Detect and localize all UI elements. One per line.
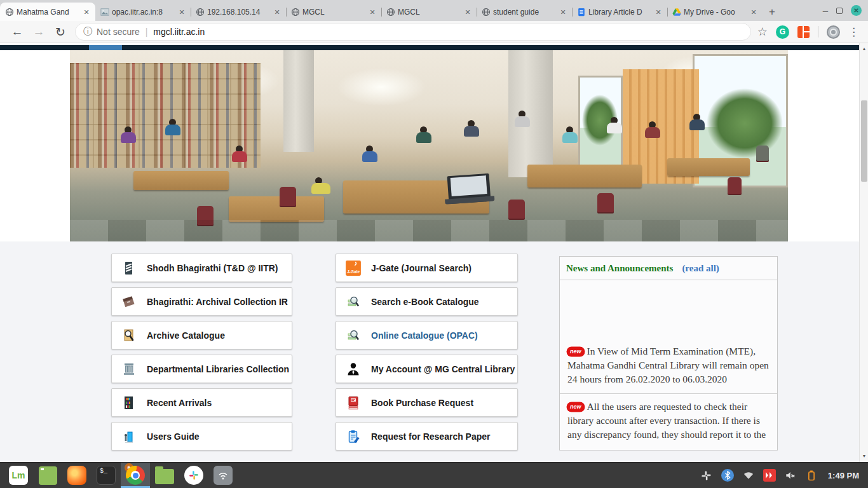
chrome-icon: [126, 466, 145, 485]
tab-close-icon[interactable]: ✕: [654, 8, 663, 17]
scrollbar-thumb[interactable]: [861, 100, 867, 182]
library-photo-table: [133, 171, 229, 190]
quick-link-users-guide[interactable]: Users Guide: [111, 422, 292, 451]
library-photo-chair: [728, 177, 742, 194]
grammarly-extension-icon[interactable]: G: [776, 25, 789, 39]
quick-link-opac[interactable]: Online Catalogue (OPAC): [336, 321, 518, 349]
tab-close-icon[interactable]: ✕: [177, 8, 186, 17]
library-photo-table: [229, 196, 324, 222]
news-item: newIn View of Mid Term Examination (MTE)…: [560, 339, 777, 393]
bookmark-star-icon[interactable]: ☆: [757, 25, 768, 39]
quick-link-departmental-libraries[interactable]: Departmental Libraries Collection: [111, 355, 292, 383]
terminal-launcher[interactable]: $_: [92, 463, 121, 488]
folder-icon: [155, 469, 174, 484]
library-photo-tree: [707, 88, 783, 158]
tab-close-icon[interactable]: ✕: [559, 8, 567, 17]
globe-icon: [195, 7, 205, 17]
firefox-launcher[interactable]: [62, 463, 92, 488]
tab-my-drive[interactable]: My Drive - Goo ✕: [667, 3, 763, 21]
tab-library-article[interactable]: Library Article D ✕: [572, 3, 667, 21]
scroll-down-arrow[interactable]: ▼: [860, 452, 868, 461]
jgate-icon: J-Gate: [344, 259, 362, 276]
google-docs-icon: [576, 7, 586, 17]
quick-link-shodh-bhagirathi[interactable]: Shodh Bhagirathi (T&D @ IITR): [111, 254, 292, 282]
news-read-all-link[interactable]: (read all): [682, 263, 719, 274]
thesis-book-icon: [120, 259, 137, 276]
tab-close-icon[interactable]: ✕: [749, 8, 758, 17]
user-guide-kiosk-icon: [120, 428, 137, 445]
quick-link-archive-catalogue[interactable]: Archive Catalogue: [111, 321, 292, 349]
library-photo-banner: [70, 50, 788, 241]
quick-link-recent-arrivals[interactable]: Recent Arrivals: [111, 388, 292, 417]
library-photo-laptop: [447, 173, 491, 204]
chrome-launcher[interactable]: 6: [121, 463, 150, 488]
tab-student-guide[interactable]: student guide ✕: [477, 3, 572, 21]
quick-links-left-column: Shodh Bhagirathi (T&D @ IITR) Bhagirathi…: [111, 254, 292, 456]
battery-icon[interactable]: [804, 468, 818, 482]
volume-muted-icon[interactable]: [783, 468, 797, 482]
slack-launcher[interactable]: [179, 463, 208, 488]
globe-icon: [4, 7, 14, 17]
new-badge-icon: new: [567, 403, 584, 411]
info-icon[interactable]: ⓘ: [83, 26, 92, 37]
quick-link-bhagirathi-archival[interactable]: Bhagirathi: Archival Collection IR: [111, 287, 292, 316]
toolbar-right: ☆ G ⋮: [757, 25, 862, 39]
news-item-text: In View of Mid Term Examination (MTE), M…: [567, 346, 769, 384]
forward-button[interactable]: →: [28, 25, 50, 39]
quick-link-ebook-catalogue[interactable]: Search e-Book Catalogue: [336, 287, 518, 316]
screenshot-extension-icon[interactable]: [797, 26, 810, 38]
user-silhouette-icon: [344, 360, 362, 377]
network-settings-launcher[interactable]: [208, 463, 238, 488]
tab-ip-address[interactable]: 192.168.105.14 ✕: [191, 3, 286, 21]
back-button[interactable]: ←: [6, 25, 28, 39]
tab-close-icon[interactable]: ✕: [463, 8, 472, 17]
extension-roundel-icon[interactable]: [827, 25, 840, 39]
tab-mgcl-1[interactable]: MGCL ✕: [286, 3, 381, 21]
terminal-icon: $_: [97, 466, 116, 485]
tab-close-icon[interactable]: ✕: [368, 8, 377, 17]
slack-tray-icon[interactable]: [700, 468, 714, 482]
quick-link-book-purchase[interactable]: Book Purchase Request: [336, 388, 518, 417]
wifi-status-icon[interactable]: [742, 468, 756, 482]
library-photo-pillar: [283, 50, 314, 152]
quick-link-research-paper[interactable]: Request for Research Paper: [336, 422, 518, 451]
tab-close-icon[interactable]: ✕: [82, 8, 91, 17]
library-photo-chair: [756, 146, 769, 161]
page-navbar-active-item[interactable]: [89, 45, 122, 50]
quick-link-label: My Account @ MG Central Library: [371, 364, 515, 374]
browser-toolbar: ← → ↻ ⓘ Not secure | mgcl.iitr.ac.in ☆ G…: [0, 21, 868, 43]
browser-menu-icon[interactable]: ⋮: [848, 25, 859, 39]
page-navbar-strip: [0, 45, 859, 50]
window-controls: – ✕: [823, 0, 868, 21]
tab-close-icon[interactable]: ✕: [273, 8, 281, 17]
quick-link-label: Bhagirathi: Archival Collection IR: [147, 297, 288, 307]
page-scrollbar[interactable]: ▲ ▼: [859, 43, 868, 462]
anydesk-icon[interactable]: [763, 468, 776, 482]
tab-mahatma-gandhi[interactable]: Mahatma Gand ✕: [0, 3, 95, 21]
tab-title: opac.iitr.ac.in:8: [112, 8, 175, 17]
quick-link-my-account[interactable]: My Account @ MG Central Library: [336, 355, 518, 383]
tab-title: student guide: [493, 8, 556, 17]
mint-menu-button[interactable]: Lm: [4, 463, 33, 488]
show-desktop-button[interactable]: [33, 463, 62, 488]
new-tab-button[interactable]: +: [763, 3, 782, 21]
library-photo-floor: [70, 220, 788, 241]
taskbar-clock[interactable]: 1:49 PM: [828, 471, 859, 480]
maximize-button[interactable]: [836, 8, 843, 14]
quick-link-label: Request for Research Paper: [371, 431, 491, 442]
url-text[interactable]: mgcl.iitr.ac.in: [153, 27, 205, 37]
minimize-button[interactable]: –: [823, 8, 828, 14]
address-bar[interactable]: ⓘ Not secure | mgcl.iitr.ac.in: [75, 23, 751, 41]
library-photo-ceiling-light: [337, 68, 426, 106]
tab-mgcl-2[interactable]: MGCL ✕: [381, 3, 477, 21]
scroll-up-arrow[interactable]: ▲: [860, 44, 868, 53]
library-building-icon: [120, 360, 137, 377]
slack-icon: [184, 466, 203, 485]
archive-search-icon: [120, 327, 137, 344]
close-window-button[interactable]: ✕: [851, 5, 862, 16]
refresh-button[interactable]: ↻: [50, 25, 71, 39]
file-manager-launcher[interactable]: [150, 463, 179, 488]
tab-opac[interactable]: opac.iitr.ac.in:8 ✕: [95, 3, 191, 21]
bluetooth-icon[interactable]: [721, 468, 735, 482]
quick-link-jgate[interactable]: J-Gate J-Gate (Journal Search): [336, 254, 518, 282]
